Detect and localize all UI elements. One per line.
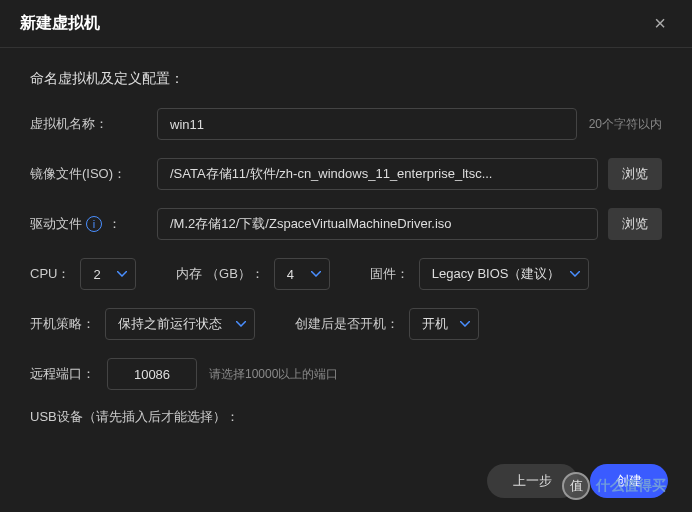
- row-boot-autostart: 开机策略： 保持之前运行状态 创建后是否开机： 开机: [30, 308, 662, 340]
- row-usb-device: USB设备（请先插入后才能选择）：: [30, 408, 662, 426]
- cpu-label: CPU：: [30, 265, 70, 283]
- usb-label: USB设备（请先插入后才能选择）：: [30, 408, 239, 426]
- chevron-down-icon: [460, 321, 470, 327]
- cpu-select[interactable]: 2: [80, 258, 136, 290]
- memory-select[interactable]: 4: [274, 258, 330, 290]
- vm-name-label: 虚拟机名称：: [30, 115, 108, 133]
- row-driver-file: 驱动文件 i ： 浏览: [30, 208, 662, 240]
- close-icon[interactable]: ×: [648, 12, 672, 35]
- autostart-label: 创建后是否开机：: [295, 315, 399, 333]
- new-vm-modal: 新建虚拟机 × 命名虚拟机及定义配置： 虚拟机名称： 20个字符以内 镜像文件(…: [0, 0, 692, 512]
- section-title: 命名虚拟机及定义配置：: [30, 70, 662, 88]
- row-iso-file: 镜像文件(ISO)： 浏览: [30, 158, 662, 190]
- firmware-value: Legacy BIOS（建议）: [432, 265, 561, 283]
- modal-body: 命名虚拟机及定义配置： 虚拟机名称： 20个字符以内 镜像文件(ISO)： 浏览…: [0, 48, 692, 450]
- port-label: 远程端口：: [30, 365, 95, 383]
- cpu-value: 2: [93, 267, 100, 282]
- iso-path-input[interactable]: [157, 158, 598, 190]
- chevron-down-icon: [570, 271, 580, 277]
- memory-label: 内存 （GB）：: [176, 265, 263, 283]
- modal-header: 新建虚拟机 ×: [0, 0, 692, 48]
- driver-browse-button[interactable]: 浏览: [608, 208, 662, 240]
- port-input[interactable]: [107, 358, 197, 390]
- autostart-value: 开机: [422, 315, 448, 333]
- firmware-label: 固件：: [370, 265, 409, 283]
- modal-title: 新建虚拟机: [20, 13, 100, 34]
- vm-name-limit: 20个字符以内: [589, 116, 662, 133]
- row-vm-name: 虚拟机名称： 20个字符以内: [30, 108, 662, 140]
- chevron-down-icon: [117, 271, 127, 277]
- boot-policy-value: 保持之前运行状态: [118, 315, 222, 333]
- driver-label: 驱动文件: [30, 215, 82, 233]
- driver-path-input[interactable]: [157, 208, 598, 240]
- row-remote-port: 远程端口： 请选择10000以上的端口: [30, 358, 662, 390]
- vm-name-input[interactable]: [157, 108, 577, 140]
- iso-label: 镜像文件(ISO)：: [30, 165, 126, 183]
- modal-footer: 上一步 创建 值 什么值得买: [0, 450, 692, 512]
- memory-value: 4: [287, 267, 294, 282]
- row-cpu-mem-fw: CPU： 2 内存 （GB）： 4 固件： Legacy BIOS（建议）: [30, 258, 662, 290]
- port-hint: 请选择10000以上的端口: [209, 366, 338, 383]
- create-button[interactable]: 创建: [590, 464, 668, 498]
- chevron-down-icon: [311, 271, 321, 277]
- iso-browse-button[interactable]: 浏览: [608, 158, 662, 190]
- autostart-select[interactable]: 开机: [409, 308, 479, 340]
- boot-policy-label: 开机策略：: [30, 315, 95, 333]
- driver-colon: ：: [108, 215, 121, 233]
- firmware-select[interactable]: Legacy BIOS（建议）: [419, 258, 590, 290]
- prev-button[interactable]: 上一步: [487, 464, 578, 498]
- boot-policy-select[interactable]: 保持之前运行状态: [105, 308, 255, 340]
- info-icon[interactable]: i: [86, 216, 102, 232]
- chevron-down-icon: [236, 321, 246, 327]
